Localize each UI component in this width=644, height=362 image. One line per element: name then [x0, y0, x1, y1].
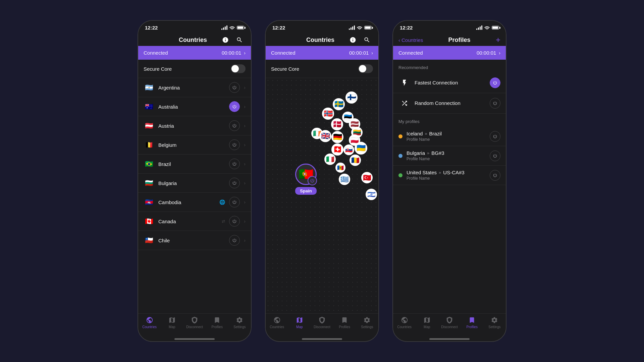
tab-profiles-3[interactable]: Profiles: [461, 316, 483, 329]
country-item-brazil[interactable]: 🇧🇷 Brazil ›: [138, 155, 251, 174]
nav-bar-1: Countries: [138, 33, 251, 46]
profiles-back-label: Countries: [401, 37, 423, 43]
country-item-cambodia[interactable]: 🇰🇭 Cambodia 🌐 ›: [138, 193, 251, 212]
country-item-argentina[interactable]: 🇦🇷 Argentina ›: [138, 78, 251, 97]
power-btn-cambodia[interactable]: [229, 197, 240, 207]
secure-core-label-1: Secure Core: [144, 66, 172, 72]
tab-settings-3[interactable]: Settings: [483, 316, 506, 329]
profiles-back-button[interactable]: ‹ Countries: [398, 37, 423, 43]
power-btn-australia[interactable]: [229, 101, 240, 112]
secure-core-toggle-1[interactable]: [231, 64, 246, 73]
country-name-belgium: Belgium: [158, 142, 229, 148]
lightning-icon: [401, 79, 408, 86]
profile-from-us: United States: [407, 170, 437, 175]
home-indicator-2: [302, 338, 342, 340]
tab-disconnect-2[interactable]: Disconnect: [311, 316, 333, 329]
tab-countries-1[interactable]: Countries: [138, 316, 161, 329]
fastest-connection-item[interactable]: Fastest Connection: [393, 73, 506, 93]
map-pin-sweden: 🇸🇪: [333, 98, 345, 110]
map-pin-ukraine: 🇺🇦: [355, 142, 367, 155]
power-btn-bulgaria[interactable]: [229, 178, 240, 188]
profiles-add-button[interactable]: +: [496, 35, 500, 45]
country-item-austria[interactable]: 🇦🇹 Austria ›: [138, 116, 251, 135]
map-pin-slovakia: 🇸🇰: [343, 144, 354, 155]
tab-disconnect-3[interactable]: Disconnect: [438, 316, 461, 329]
power-btn-argentina[interactable]: [229, 82, 240, 93]
profile-dot-iceland: [398, 134, 402, 138]
map-content[interactable]: 🇸🇪 🇫🇮 🇳🇴 🇩🇰 🇪🇪 🇱🇻 🇱🇹 🇮🇪 🇬🇧 🇩🇪: [266, 78, 378, 313]
fastest-connection-power-btn[interactable]: [490, 77, 500, 88]
power-btn-chile[interactable]: [229, 235, 240, 246]
flag-australia: 🇦🇺: [144, 103, 154, 110]
profile-item-bulgaria-bg3[interactable]: Bulgaria » BG#3 Profile Name: [393, 146, 506, 166]
spain-label: Spain: [295, 187, 317, 195]
nav-title-1: Countries: [179, 37, 207, 44]
phone-countries-list: 12:22 Countries Connected: [138, 20, 252, 342]
random-icon: [401, 100, 408, 107]
tab-profiles-1[interactable]: Profiles: [206, 316, 228, 329]
profile-item-us-usca3[interactable]: United States » US-CA#3 Profile Name: [393, 166, 506, 185]
tab-label-settings-3: Settings: [488, 325, 500, 329]
country-actions-australia: ›: [229, 101, 246, 112]
spain-power-overlay: [308, 176, 317, 185]
country-name-chile: Chile: [158, 238, 229, 243]
connected-bar-3[interactable]: Connected 00:00:01 ›: [393, 46, 506, 60]
profile-power-btn-bulgaria-bg3[interactable]: [490, 150, 500, 161]
tab-map-2[interactable]: Map: [288, 316, 311, 329]
profile-power-btn-us-usca3[interactable]: [490, 170, 500, 181]
tab-bar-1: Countries Map Disconnect Profiles Settin…: [138, 313, 251, 336]
country-item-canada[interactable]: 🇨🇦 Canada ⇄ ›: [138, 212, 251, 231]
connected-bar-2[interactable]: Connected 00:00:01 ›: [266, 46, 378, 60]
country-item-chile[interactable]: 🇨🇱 Chile ›: [138, 231, 251, 250]
tab-profiles-2[interactable]: Profiles: [333, 316, 356, 329]
power-btn-austria[interactable]: [229, 120, 240, 131]
profile-dot-us: [398, 173, 402, 177]
info-button-1[interactable]: [221, 35, 230, 45]
connected-bar-1[interactable]: Connected 00:00:01 ›: [138, 46, 251, 60]
wifi-icon-3: [484, 25, 490, 31]
search-button-2[interactable]: [362, 35, 372, 45]
profiles-nav-bar: ‹ Countries Profiles +: [393, 33, 506, 46]
country-actions-austria: ›: [229, 120, 246, 131]
country-item-bulgaria[interactable]: 🇧🇬 Bulgaria ›: [138, 174, 251, 193]
map-pin-turkey: 🇹🇷: [361, 172, 373, 183]
country-item-australia[interactable]: 🇦🇺 Australia ›: [138, 97, 251, 116]
power-btn-canada[interactable]: [229, 216, 240, 227]
tab-settings-2[interactable]: Settings: [356, 316, 378, 329]
search-button-1[interactable]: [235, 35, 244, 45]
random-connection-power-btn[interactable]: [490, 98, 500, 109]
spain-cluster[interactable]: 🇵🇹 Spain: [295, 164, 317, 195]
country-name-australia: Australia: [158, 104, 229, 110]
profile-item-iceland-brazil[interactable]: Iceland » Brazil Profile Name: [393, 127, 506, 146]
signal-bars-1: [221, 25, 227, 30]
tab-countries-2[interactable]: Countries: [266, 316, 288, 329]
tab-settings-1[interactable]: Settings: [228, 316, 251, 329]
connected-chevron-3: ›: [499, 50, 500, 56]
profile-route-bulgaria-bg3: Bulgaria » BG#3: [407, 150, 490, 156]
tab-label-settings-1: Settings: [233, 325, 246, 329]
secure-core-toggle-2[interactable]: [358, 64, 373, 73]
map-pin-uk: 🇬🇧: [319, 130, 331, 142]
profile-from-iceland: Iceland: [407, 131, 423, 136]
tab-label-map-1: Map: [169, 325, 175, 329]
country-item-belgium[interactable]: 🇧🇪 Belgium ›: [138, 135, 251, 155]
power-btn-brazil[interactable]: [229, 159, 240, 169]
tab-disconnect-1[interactable]: Disconnect: [183, 316, 206, 329]
tab-countries-3[interactable]: Countries: [393, 316, 416, 329]
info-button-2[interactable]: [348, 35, 358, 45]
flag-chile: 🇨🇱: [144, 237, 154, 244]
tab-map-3[interactable]: Map: [416, 316, 438, 329]
profile-route-iceland-brazil: Iceland » Brazil: [407, 131, 490, 136]
tab-map-1[interactable]: Map: [161, 316, 183, 329]
tab-bar-2: Countries Map Disconnect Profiles Settin…: [266, 313, 378, 336]
battery-icon-2: [364, 26, 372, 29]
random-connection-item[interactable]: Random Connection: [393, 93, 506, 114]
secure-core-2: Secure Core: [266, 60, 378, 78]
tab-label-profiles-2: Profiles: [339, 325, 350, 329]
profile-power-btn-iceland-brazil[interactable]: [490, 131, 500, 142]
flag-belgium: 🇧🇪: [144, 141, 154, 148]
nav-icons-1: [221, 35, 244, 45]
power-btn-belgium[interactable]: [229, 139, 240, 150]
map-pin-norway: 🇳🇴: [322, 108, 334, 120]
profile-arrow-3: »: [439, 170, 441, 175]
